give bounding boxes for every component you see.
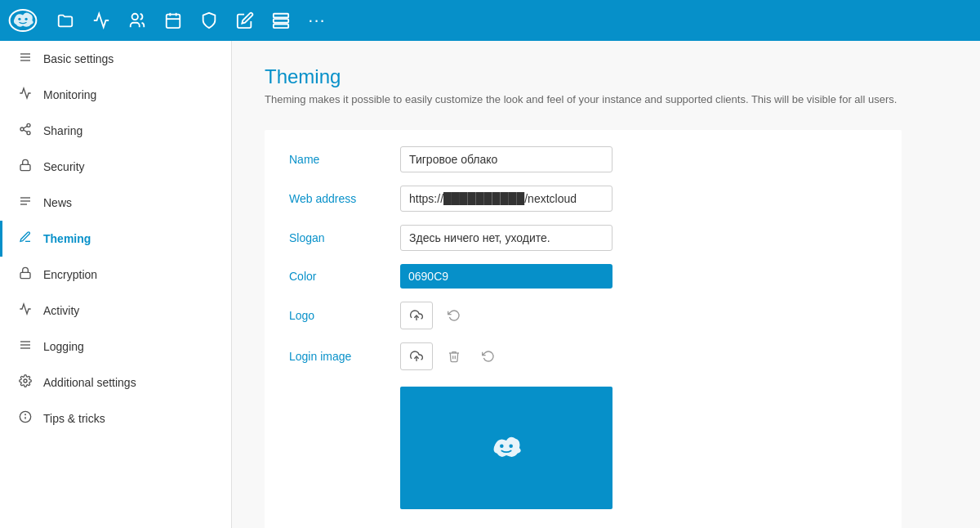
main-content: Theming Theming makes it possible to eas… [232,41,980,528]
sidebar-item-label: Logging [43,340,84,353]
svg-rect-23 [20,272,30,278]
svg-point-34 [509,444,513,448]
lock-icon [17,159,33,175]
svg-rect-10 [274,25,288,29]
folder-icon[interactable] [51,6,80,35]
sidebar-item-news[interactable]: News [0,185,231,221]
color-row: Color [289,264,877,289]
sidebar-item-additional-settings[interactable]: Additional settings [0,365,231,400]
sidebar-item-encryption[interactable]: Encryption [0,257,231,293]
svg-point-14 [27,123,30,127]
color-label: Color [289,270,387,283]
list-icon [17,51,33,67]
svg-point-15 [20,128,24,131]
topnav: ··· [0,0,980,41]
login-image-reset-button[interactable] [475,343,501,369]
theming-icon [17,230,33,247]
web-address-input[interactable] [400,186,612,212]
sidebar-item-label: Basic settings [43,52,114,65]
color-input[interactable] [400,264,612,289]
encryption-icon [17,266,33,283]
login-image-delete-button[interactable] [441,343,467,369]
svg-point-27 [24,379,27,383]
shield-icon[interactable] [194,6,224,35]
theming-form: Name Web address Slogan Color Logo [265,130,902,528]
sharing-icon [17,123,33,139]
logo-upload-button[interactable] [400,302,433,329]
calendar-icon[interactable] [158,6,188,35]
sidebar-item-activity[interactable]: Activity [0,293,231,329]
svg-point-2 [24,18,27,20]
svg-point-3 [132,14,138,20]
sidebar: Basic settings Monitoring Sharing Securi… [0,41,232,528]
name-label: Name [289,153,387,166]
slogan-input[interactable] [400,225,612,251]
web-address-label: Web address [289,192,387,205]
slogan-row: Slogan [289,225,877,251]
sidebar-item-label: Tips & tricks [43,412,105,425]
svg-rect-19 [20,164,30,170]
name-input[interactable] [400,146,612,172]
sidebar-item-label: Sharing [43,124,82,137]
page-subtitle: Theming makes it possible to easily cust… [265,93,947,105]
slogan-label: Slogan [289,231,387,244]
sidebar-item-security[interactable]: Security [0,149,231,185]
web-address-row: Web address [289,186,877,212]
sidebar-item-label: Additional settings [43,376,136,389]
sidebar-item-label: Security [43,160,85,173]
sidebar-item-basic-settings[interactable]: Basic settings [0,41,231,77]
more-icon[interactable]: ··· [302,6,332,35]
svg-point-1 [18,18,20,20]
login-image-label: Login image [289,350,387,363]
sidebar-item-label: Monitoring [43,88,96,101]
svg-line-17 [24,130,28,132]
login-image-upload-button[interactable] [400,342,433,370]
sidebar-item-label: Encryption [43,268,97,281]
svg-line-18 [24,126,28,128]
login-image-file-controls [400,342,501,370]
svg-rect-8 [274,14,288,18]
logo-file-controls [400,302,467,329]
logo-reset-button[interactable] [441,302,467,329]
sidebar-item-label: News [43,196,72,209]
svg-rect-9 [274,19,288,23]
sidebar-item-logging[interactable]: Logging [0,329,231,365]
page-title: Theming [265,65,947,88]
news-icon [17,195,33,211]
sidebar-item-monitoring[interactable]: Monitoring [0,77,231,113]
sidebar-item-label: Activity [43,304,79,317]
svg-point-33 [500,444,504,448]
logo-label: Logo [289,309,387,322]
sidebar-item-tips-tricks[interactable]: Tips & tricks [0,400,231,436]
activity-icon [17,302,33,319]
sidebar-item-label: Theming [43,232,91,245]
login-image-row: Login image [289,342,877,370]
svg-point-16 [27,132,30,135]
info-icon [17,410,33,427]
name-row: Name [289,146,877,172]
preview-row [289,383,877,509]
users-icon[interactable] [122,6,152,35]
gear-icon [17,374,33,391]
login-image-preview [400,387,612,509]
sidebar-item-sharing[interactable]: Sharing [0,113,231,149]
monitoring-icon [17,87,33,103]
logging-icon [17,338,33,355]
app-logo[interactable] [8,6,38,35]
logo-row: Logo [289,302,877,329]
edit-topnav-icon[interactable] [230,6,260,35]
svg-rect-4 [167,15,180,28]
activity-topnav-icon[interactable] [87,6,116,35]
stack-icon[interactable] [266,6,296,35]
sidebar-item-theming[interactable]: Theming [0,221,231,257]
